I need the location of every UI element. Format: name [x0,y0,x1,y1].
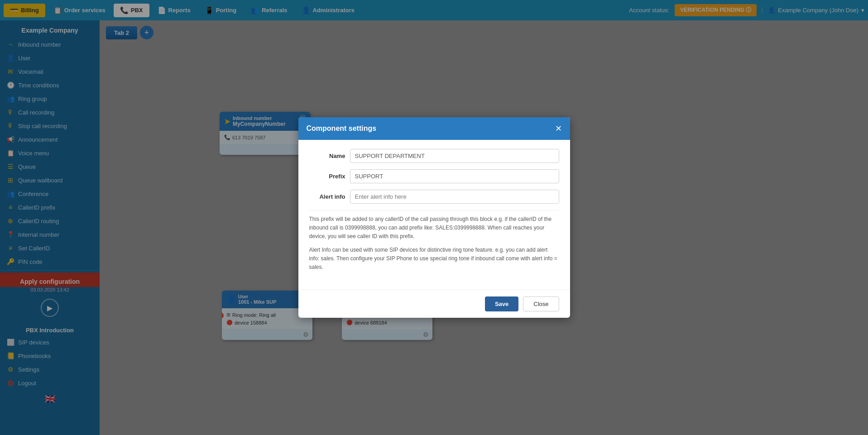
component-settings-modal: Component settings ✕ Name Prefix Alert i… [298,117,570,318]
modal-overlay[interactable]: Component settings ✕ Name Prefix Alert i… [0,0,868,435]
modal-info-text: This prefix will be added to any callerI… [309,210,559,276]
prefix-input[interactable] [350,169,559,183]
name-label: Name [309,153,345,159]
modal-footer: Save Close [298,290,570,318]
modal-header: Component settings ✕ [298,117,570,140]
alert-label: Alert info [309,193,345,200]
prefix-label: Prefix [309,173,345,180]
alert-field-row: Alert info [309,190,559,204]
name-input[interactable] [350,149,559,163]
prefix-field-row: Prefix [309,169,559,183]
modal-close-button[interactable]: ✕ [555,124,562,134]
alert-input[interactable] [350,190,559,204]
close-button[interactable]: Close [523,296,559,311]
info-paragraph-1: This prefix will be added to any callerI… [309,215,559,241]
name-field-row: Name [309,149,559,163]
modal-title: Component settings [307,124,377,133]
save-button[interactable]: Save [485,296,518,311]
info-paragraph-2: Alert Info can be used with some SIP dev… [309,246,559,272]
modal-body: Name Prefix Alert info This prefix will … [298,140,570,290]
